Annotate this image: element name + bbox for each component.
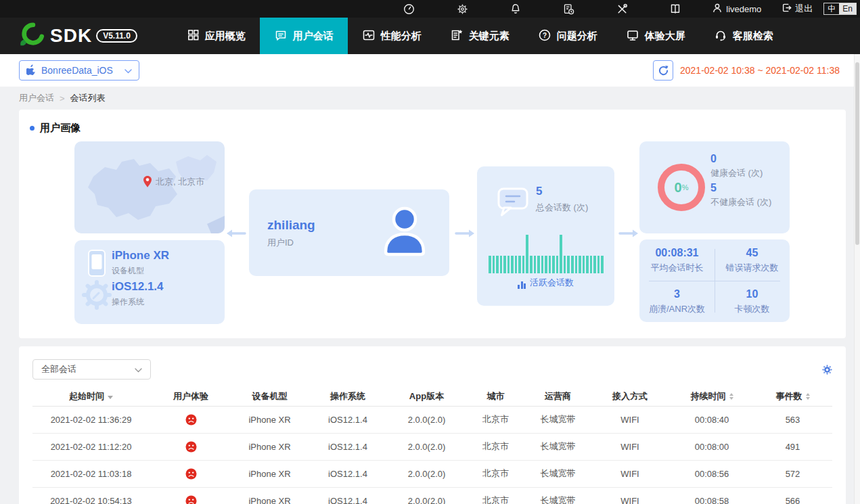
nav-label: 用户会话 — [293, 30, 334, 43]
settings-gear-icon[interactable] — [457, 3, 468, 15]
lang-en[interactable]: En — [839, 3, 856, 14]
cell: 北京市 — [465, 487, 526, 504]
language-toggle[interactable]: 中 En — [823, 3, 857, 15]
appbar: BonreeData_iOS 2021-02-02 10:38 ~ 2021-0… — [0, 54, 860, 87]
sessions-card: 5 总会话数 (次) 活跃会话数 — [477, 166, 614, 306]
version-badge: V5.11.0 — [96, 29, 137, 43]
column-header[interactable]: 用户体验 — [150, 387, 232, 406]
session-bar — [530, 256, 533, 273]
table-header-row: 起始时间用户体验设备机型操作系统App版本城市运营商接入方式持续时间事件数 — [32, 387, 832, 406]
session-bar — [515, 256, 518, 273]
stat-label: 平均会话时长 — [651, 262, 704, 274]
dashboard-icon[interactable] — [403, 3, 415, 15]
user-menu[interactable]: livedemo — [712, 3, 761, 16]
cell: 00:08:40 — [671, 406, 753, 433]
docs-book-icon[interactable] — [670, 3, 681, 14]
arrow-right-icon — [455, 228, 475, 242]
cell: iPhone XR — [232, 487, 307, 504]
session-bar — [575, 256, 578, 273]
column-header-label: 接入方式 — [612, 391, 648, 401]
cell: WIFI — [589, 433, 671, 460]
column-header[interactable]: 持续时间 — [671, 387, 753, 406]
logo-swirl-icon — [18, 22, 46, 50]
nav-item-performance[interactable]: 性能分析 — [348, 18, 436, 54]
nav-item-problem-analysis[interactable]: ? 问题分析 — [524, 18, 612, 54]
stat-value: 10 — [746, 288, 759, 300]
column-header[interactable]: 操作系统 — [307, 387, 388, 406]
session-bar — [549, 256, 551, 273]
grid-icon — [187, 28, 200, 43]
cell: 563 — [753, 406, 832, 433]
cell: 566 — [753, 487, 832, 504]
table-row[interactable]: 2021-02-02 11:03:18iPhone XRiOS12.1.42.0… — [32, 460, 832, 487]
topbar: livedemo 退出 中 En — [0, 0, 860, 18]
table-row[interactable]: 2021-02-02 10:54:13iPhone XRiOS12.1.42.0… — [32, 487, 832, 504]
nav-item-key-elements[interactable]: 关键元素 — [436, 18, 524, 54]
nav-item-user-sessions[interactable]: 用户会话 — [260, 18, 348, 54]
alarm-bell-icon[interactable] — [510, 3, 521, 14]
column-header[interactable]: App版本 — [388, 387, 465, 406]
session-bar — [545, 256, 547, 273]
column-header[interactable]: 接入方式 — [589, 387, 671, 406]
location-row: 北京, 北京市 — [142, 175, 204, 189]
stat-avg-duration: 00:08:31 平均会话时长 — [639, 239, 715, 281]
device-model: iPhone XR — [112, 249, 169, 262]
logout-button[interactable]: 退出 — [782, 3, 813, 15]
refresh-button[interactable] — [653, 60, 673, 81]
nav-item-experience-screen[interactable]: 体验大屏 — [612, 18, 700, 54]
arrow-left-icon — [226, 228, 246, 242]
report-clock-icon[interactable] — [563, 3, 574, 15]
session-bar — [597, 256, 600, 273]
unhealthy-count: 5 — [710, 182, 771, 194]
column-header[interactable]: 事件数 — [753, 387, 832, 406]
session-filter-select[interactable]: 全部会话 — [32, 359, 151, 380]
healthy-label: 健康会话 (次) — [710, 167, 771, 179]
session-bar — [601, 256, 604, 273]
logout-label: 退出 — [795, 3, 813, 15]
column-header[interactable]: 起始时间 — [32, 387, 150, 406]
nav-label: 应用概览 — [205, 30, 246, 43]
column-header[interactable]: 运营商 — [526, 387, 589, 406]
health-card: 0% 0 健康会话 (次) 5 不健康会话 (次) — [639, 141, 790, 233]
table-row[interactable]: 2021-02-02 11:36:29iPhone XRiOS12.1.42.0… — [32, 406, 832, 433]
stat-label: 崩溃/ANR次数 — [649, 303, 705, 315]
health-percent: 0 — [675, 180, 682, 196]
breadcrumb-parent[interactable]: 用户会话 — [19, 92, 54, 104]
column-header[interactable]: 城市 — [465, 387, 526, 406]
sessions-table-body: 2021-02-02 11:36:29iPhone XRiOS12.1.42.0… — [32, 406, 832, 504]
user-id-value: zhiliang — [267, 218, 315, 233]
lang-zh[interactable]: 中 — [824, 3, 839, 14]
navbar: SDK V5.11.0 应用概览 用户会话 性能分析 — [0, 18, 860, 54]
date-range-picker[interactable]: 2021-02-02 10:38 ~ 2021-02-02 11:38 — [680, 65, 840, 76]
experience-cell — [150, 487, 232, 504]
app-logo: SDK V5.11.0 — [18, 22, 137, 50]
cell: 491 — [753, 433, 832, 460]
tools-icon[interactable] — [616, 3, 628, 15]
scrollbar[interactable] — [854, 54, 860, 504]
scrollbar-thumb[interactable] — [855, 62, 859, 245]
table-row[interactable]: 2021-02-02 11:12:20iPhone XRiOS12.1.42.0… — [32, 433, 832, 460]
nav-item-app-overview[interactable]: 应用概览 — [173, 18, 260, 54]
column-settings-button[interactable] — [822, 365, 832, 375]
session-bar — [552, 256, 555, 273]
health-legend: 0 健康会话 (次) 5 不健康会话 (次) — [710, 153, 771, 211]
os-row: iOS12.1.4 操作系统 — [112, 280, 164, 308]
column-header[interactable]: 设备机型 — [232, 387, 307, 406]
session-bar — [493, 256, 495, 273]
cell: 长城宽带 — [526, 406, 589, 433]
cell: 2.0.0(2.0) — [388, 487, 465, 504]
doc-star-icon — [450, 28, 463, 44]
health-percent-unit: % — [682, 183, 689, 191]
stat-lag-count: 10 卡顿次数 — [715, 281, 790, 322]
nav-item-service-search[interactable]: 客服检索 — [700, 18, 788, 54]
session-bar — [522, 256, 525, 273]
cell: WIFI — [589, 406, 671, 433]
sort-desc-icon — [108, 396, 113, 399]
nav-label: 关键元素 — [469, 30, 510, 43]
svg-text:?: ? — [543, 32, 547, 39]
bar-chart-icon — [518, 281, 526, 289]
healthy-count: 0 — [710, 153, 771, 165]
app-selector[interactable]: BonreeData_iOS — [19, 60, 139, 81]
location-label: 北京, 北京市 — [156, 176, 204, 188]
chevron-down-icon — [135, 365, 142, 375]
